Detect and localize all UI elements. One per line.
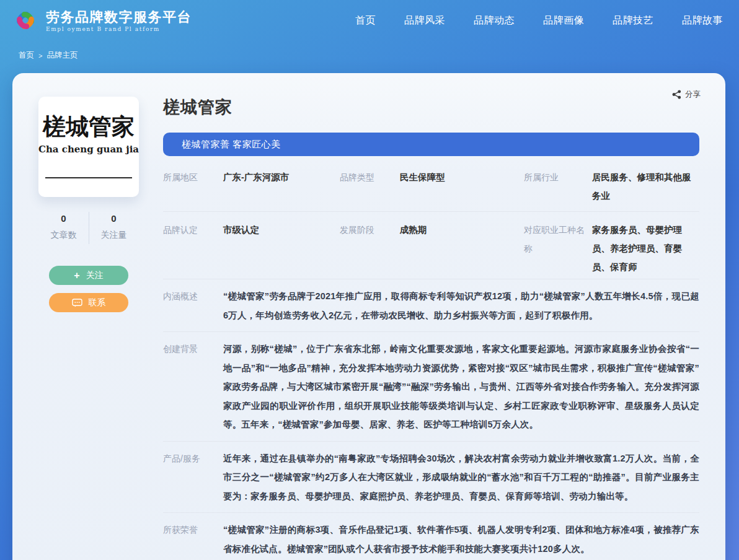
stat-followers: 0 关注量 — [89, 213, 139, 241]
nav-item-brand-story[interactable]: 品牌故事 — [682, 14, 723, 27]
info-grid: 所属地区 广东-广东河源市 品牌类型 民生保障型 所属行业 居民服务、修理和其他… — [163, 156, 699, 279]
logo-underline — [45, 177, 132, 178]
followers-count: 0 — [89, 213, 139, 224]
articles-count: 0 — [38, 213, 89, 224]
nav-item-brand-style[interactable]: 品牌风采 — [404, 14, 445, 27]
field-stage: 发展阶段 成熟期 — [340, 221, 524, 276]
description-sections: 内涵概述 “槎城管家”劳务品牌于2021年推广应用，取得商标专利等知识产权12项… — [163, 279, 699, 560]
plus-icon: + — [74, 271, 79, 281]
brand-logo-subtitle: Cha cheng guan jia — [38, 144, 139, 155]
section-overview: 内涵概述 “槎城管家”劳务品牌于2021年推广应用，取得商标专利等知识产权12项… — [163, 279, 699, 332]
nav-item-brand-portrait[interactable]: 品牌画像 — [543, 14, 584, 27]
platform-subtitle: Empl oyment B rand Pl atform — [46, 26, 192, 32]
chat-icon — [72, 299, 82, 307]
contact-label: 联系 — [89, 297, 106, 308]
contact-button[interactable]: 联系 — [49, 293, 128, 312]
nav-item-brand-skill[interactable]: 品牌技艺 — [613, 14, 653, 27]
brand-detail: 槎城管家 槎城管家善 客家匠心美 所属地区 广东-广东河源市 品牌类型 民生保障… — [163, 97, 699, 560]
section-honors: 所获荣誉 “槎城管家”注册的商标3项、音乐作品登记1项、软件著作5项、机器人发明… — [163, 513, 699, 560]
info-row-2: 品牌认定 市级认定 发展阶段 成熟期 对应职业工种名称 家务服务员、母婴护理员、… — [163, 211, 699, 279]
follow-label: 关注 — [86, 270, 104, 281]
platform-logo-icon — [11, 6, 40, 35]
field-region: 所属地区 广东-广东河源市 — [163, 168, 340, 205]
brand-card: 分享 槎城管家 Cha cheng guan jia 0 文章数 0 关注量 +… — [12, 73, 725, 560]
field-industry: 所属行业 居民服务、修理和其他服务业 — [524, 168, 699, 205]
section-background: 创建背景 河源，别称“槎城”，位于广东省东北部，岭南文化重要发源地，客家文化重要… — [163, 332, 699, 442]
articles-label: 文章数 — [38, 230, 89, 241]
section-products: 产品/服务 近年来，通过在县镇举办的“南粤家政”专场招聘会30场次，解决农村富余… — [163, 442, 699, 514]
field-brand-type: 品牌类型 民生保障型 — [340, 168, 524, 205]
stat-articles: 0 文章数 — [38, 213, 89, 241]
stats-divider — [89, 212, 89, 244]
follow-button[interactable]: + 关注 — [49, 266, 128, 285]
breadcrumb-current: 品牌主页 — [46, 50, 77, 61]
nav-item-brand-news[interactable]: 品牌动态 — [474, 14, 515, 27]
page-title: 槎城管家 — [163, 97, 699, 118]
main-nav: 首页 品牌风采 品牌动态 品牌画像 品牌技艺 品牌故事 — [355, 0, 723, 41]
brand-logo-title: 槎城管家 — [38, 112, 139, 142]
top-header: 劳务品牌数字服务平台 Empl oyment B rand Pl atform … — [0, 0, 739, 41]
platform-title: 劳务品牌数字服务平台 — [46, 9, 192, 25]
field-certification: 品牌认定 市级认定 — [163, 221, 340, 276]
platform-brand[interactable]: 劳务品牌数字服务平台 Empl oyment B rand Pl atform — [11, 6, 192, 35]
brand-profile-panel: 槎城管家 Cha cheng guan jia 0 文章数 0 关注量 + 关注 — [38, 97, 139, 312]
brand-logo: 槎城管家 Cha cheng guan jia — [38, 97, 139, 197]
info-row-1: 所属地区 广东-广东河源市 品牌类型 民生保障型 所属行业 居民服务、修理和其他… — [163, 156, 699, 211]
nav-item-home[interactable]: 首页 — [355, 14, 376, 27]
slogan-banner: 槎城管家善 客家匠心美 — [163, 133, 699, 156]
breadcrumb-separator: > — [38, 52, 42, 59]
stats: 0 文章数 0 关注量 — [38, 213, 139, 241]
field-occupations: 对应职业工种名称 家务服务员、母婴护理员、养老护理员、育婴员、保育师 — [524, 221, 699, 276]
breadcrumb-home[interactable]: 首页 — [19, 50, 34, 61]
followers-label: 关注量 — [89, 230, 139, 241]
breadcrumb: 首页 > 品牌主页 — [19, 50, 77, 61]
